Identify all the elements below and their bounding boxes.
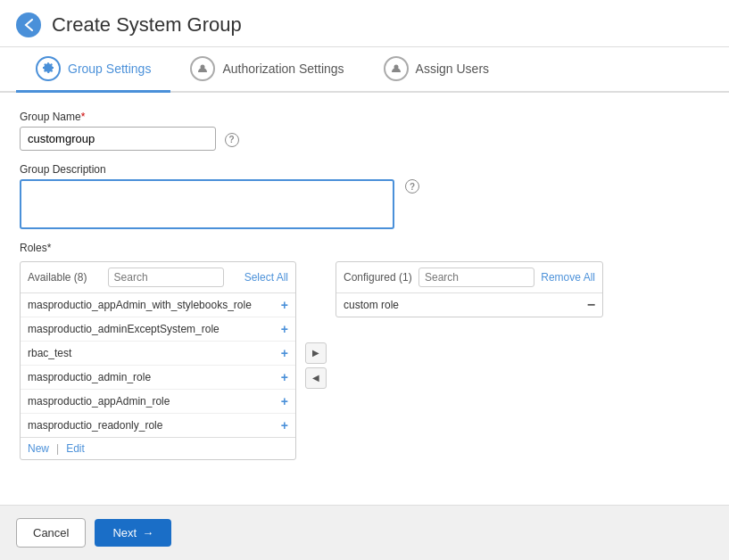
group-name-label: Group Name* — [20, 111, 709, 123]
available-roles-title: Available (8) — [28, 271, 87, 284]
add-role-button[interactable]: + — [281, 298, 288, 312]
role-name: custom role — [344, 299, 584, 311]
group-description-label: Group Description — [20, 163, 709, 176]
new-role-link[interactable]: New — [28, 442, 49, 455]
group-description-field: Group Description ? — [20, 163, 709, 229]
roles-section: Roles* Available (8) Select All masprodu… — [20, 242, 709, 460]
tab-group-settings-label: Group Settings — [68, 62, 151, 76]
edit-role-link[interactable]: Edit — [66, 442, 85, 455]
tab-assign-users-label: Assign Users — [416, 62, 489, 76]
configured-roles-search[interactable] — [418, 268, 534, 287]
list-item: masproductio_adminExceptSystem_role+ — [21, 317, 295, 342]
configured-roles-header: Configured (1) Remove All — [336, 262, 602, 293]
available-roles-header: Available (8) Select All — [21, 262, 295, 293]
add-role-button[interactable]: + — [281, 322, 288, 336]
roles-label: Roles* — [20, 242, 709, 254]
available-roles-search[interactable] — [108, 268, 224, 287]
list-item: rbac_test+ — [21, 342, 295, 366]
remove-role-button[interactable]: − — [587, 298, 595, 312]
group-name-input[interactable] — [20, 127, 216, 151]
list-item: masproductio_appAdmin_role+ — [21, 390, 295, 414]
move-left-button[interactable]: ◀ — [305, 367, 327, 389]
configured-roles-list: custom role− — [336, 293, 602, 317]
role-name: masproductio_adminExceptSystem_role — [28, 323, 278, 335]
available-roles-list: masproductio_appAdmin_with_stylebooks_ro… — [21, 293, 295, 437]
tab-authorization-settings[interactable]: Authorization Settings — [170, 47, 363, 93]
roles-container: Available (8) Select All masproductio_ap… — [20, 261, 709, 460]
shield-icon-auth — [190, 56, 215, 81]
gear-icon — [36, 56, 61, 81]
role-name: masproductio_appAdmin_role — [28, 395, 278, 408]
tab-authorization-settings-label: Authorization Settings — [222, 62, 344, 76]
available-roles-footer: New | Edit — [21, 437, 295, 459]
role-name: masproductio_admin_role — [28, 371, 278, 383]
transfer-buttons: ▶ ◀ — [305, 342, 327, 389]
add-role-button[interactable]: + — [281, 370, 288, 384]
list-item: masproductio_appAdmin_with_stylebooks_ro… — [21, 293, 295, 317]
tab-group-settings[interactable]: Group Settings — [16, 47, 170, 93]
role-name: masproductio_appAdmin_with_stylebooks_ro… — [28, 299, 278, 311]
back-button[interactable] — [16, 12, 41, 37]
list-item: masproductio_admin_role+ — [21, 366, 295, 390]
add-role-button[interactable]: + — [281, 394, 288, 408]
role-name: rbac_test — [28, 347, 278, 359]
footer-bar: Cancel Next → — [0, 505, 729, 560]
next-button[interactable]: Next → — [95, 519, 171, 547]
page-title: Create System Group — [52, 13, 242, 37]
remove-all-link[interactable]: Remove All — [541, 271, 595, 284]
next-label: Next — [112, 526, 137, 539]
move-right-button[interactable]: ▶ — [305, 342, 327, 364]
add-role-button[interactable]: + — [281, 418, 288, 432]
group-name-help-icon: ? — [225, 133, 239, 147]
cancel-button[interactable]: Cancel — [16, 518, 86, 548]
list-item: masproductio_readonly_role+ — [21, 414, 295, 437]
select-all-link[interactable]: Select All — [244, 271, 288, 284]
next-arrow-icon: → — [142, 526, 153, 539]
group-desc-help-icon: ? — [405, 179, 419, 194]
tab-bar: Group Settings Authorization Settings As… — [0, 47, 729, 93]
tab-assign-users[interactable]: Assign Users — [364, 47, 509, 93]
available-roles-box: Available (8) Select All masproductio_ap… — [20, 261, 296, 460]
add-role-button[interactable]: + — [281, 346, 288, 360]
main-content: Group Name* ? Group Description ? Roles* — [0, 93, 729, 505]
list-item: custom role− — [336, 293, 602, 317]
group-description-input[interactable] — [20, 179, 394, 229]
group-name-field: Group Name* ? — [20, 111, 709, 151]
configured-roles-box: Configured (1) Remove All custom role− — [336, 261, 603, 317]
configured-roles-title: Configured (1) — [344, 271, 412, 284]
shield-icon-assign — [384, 56, 409, 81]
role-name: masproductio_readonly_role — [28, 419, 278, 432]
